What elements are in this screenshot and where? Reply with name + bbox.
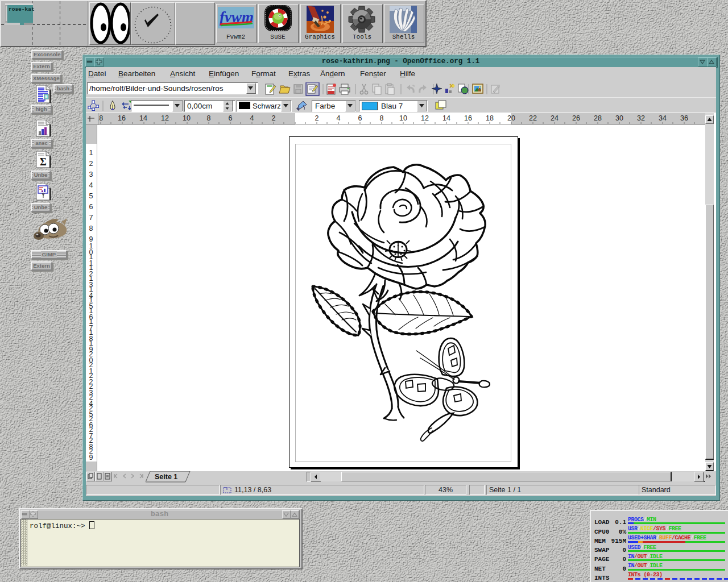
svg-text:Seite 1: Seite 1 [155, 473, 177, 481]
svg-text:rose-kat: rose-kat [9, 6, 35, 13]
svg-text:Σ: Σ [40, 156, 47, 168]
